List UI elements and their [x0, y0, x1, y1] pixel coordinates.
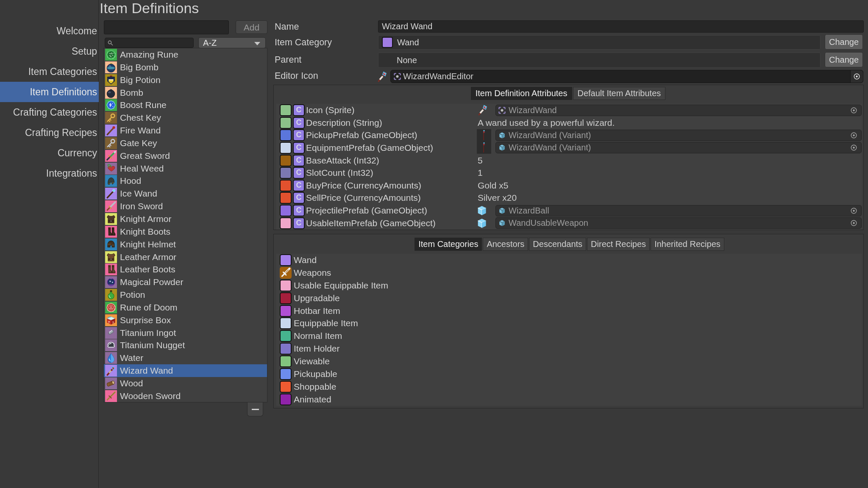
svg-text:?: ?	[108, 320, 110, 324]
svg-text:?: ?	[112, 321, 114, 324]
